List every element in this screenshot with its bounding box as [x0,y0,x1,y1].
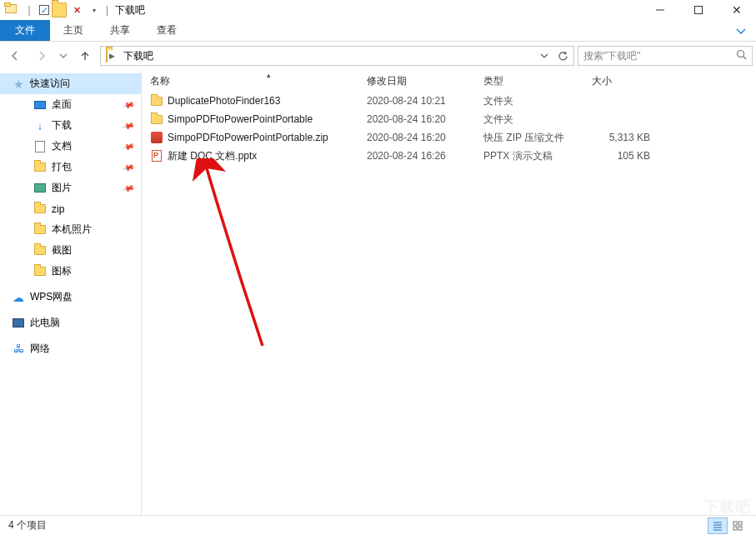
file-list-pane: 名称 ▴ 修改日期 类型 大小 DuplicatePhotoFinder163 … [142,70,756,515]
refresh-button[interactable] [553,47,572,65]
back-button[interactable] [3,45,27,67]
sidebar-item-label: 下载 [52,118,72,132]
details-view-button[interactable] [708,518,728,534]
close-button[interactable]: ✕ [718,0,756,20]
tab-view[interactable]: 查看 [143,20,190,41]
sort-ascending-icon: ▴ [267,71,271,79]
sidebar-item-documents[interactable]: 文档 📌 [0,136,142,157]
minimize-button[interactable] [641,0,679,20]
folder-icon [33,161,47,174]
file-row[interactable]: SimpoPDFtoPowerPointPortable 2020-08-24 … [142,110,756,128]
title-separator: | [102,4,113,16]
file-name: DuplicatePhotoFinder163 [168,95,280,107]
column-headers: 名称 ▴ 修改日期 类型 大小 [142,70,756,92]
sidebar-item-label: 图片 [52,181,72,195]
file-name: SimpoPDFtoPowerPointPortable [168,113,313,125]
ribbon-expand-icon[interactable] [736,20,756,41]
app-icon [4,2,19,18]
qat-close-icon[interactable]: ✕ [69,2,84,18]
sidebar-item-pack[interactable]: 打包 📌 [0,157,142,178]
column-size[interactable]: 大小 [592,74,667,88]
navigation-pane: ★ 快速访问 桌面 📌 ↓ 下载 📌 文档 📌 打包 📌 图片 📌 [0,70,142,515]
breadcrumb-root[interactable]: ▶ [103,47,120,65]
qat-checkbox-icon[interactable]: ✓ [39,5,49,15]
sidebar-item-localphotos[interactable]: 本机照片 [0,219,142,240]
sidebar-item-label: 快速访问 [30,77,70,91]
search-icon[interactable] [736,49,747,62]
ribbon-tabs: 文件 主页 共享 查看 [0,20,756,42]
sidebar-item-screenshots[interactable]: 截图 [0,240,142,261]
recent-dropdown-icon[interactable] [57,45,70,67]
sidebar-item-label: 图标 [52,264,72,278]
cloud-icon: ☁ [12,291,25,304]
sidebar-wps[interactable]: ☁ WPS网盘 [0,287,142,308]
folder-icon [33,265,47,278]
file-date: 2020-08-24 10:21 [367,95,483,107]
file-type: 快压 ZIP 压缩文件 [483,131,592,145]
svg-rect-11 [738,527,742,530]
sidebar-item-label: 截图 [52,243,72,258]
folder-icon [150,112,163,126]
svg-rect-8 [733,522,737,525]
qat-separator: | [22,2,37,18]
column-type[interactable]: 类型 [483,74,592,88]
file-name: SimpoPDFtoPowerPointPortable.zip [168,132,328,143]
qat-dropdown-icon[interactable]: ▾ [87,2,102,18]
svg-point-2 [738,51,744,58]
svg-line-3 [743,57,747,60]
tab-share[interactable]: 共享 [97,20,143,41]
sidebar-quick-access[interactable]: ★ 快速访问 [0,73,142,94]
file-date: 2020-08-24 16:26 [367,150,483,162]
breadcrumb-current[interactable]: 下载吧 [120,47,157,65]
file-type: 文件夹 [483,112,592,127]
sidebar-item-pictures[interactable]: 图片 📌 [0,178,142,198]
file-date: 2020-08-24 16:20 [367,113,483,125]
sidebar-item-icons[interactable]: 图标 [0,261,142,282]
svg-rect-1 [695,7,703,14]
sidebar-item-downloads[interactable]: ↓ 下载 📌 [0,115,142,136]
pc-icon [12,317,25,330]
file-date: 2020-08-24 16:20 [367,132,483,143]
search-input[interactable] [583,50,736,62]
window-title: 下载吧 [113,3,145,18]
download-icon: ↓ [33,119,47,132]
sidebar-item-label: 文档 [52,139,72,153]
sidebar-item-label: 桌面 [52,98,72,112]
sidebar-item-zip[interactable]: zip [0,198,142,219]
zip-icon [150,131,163,144]
sidebar-network[interactable]: 🖧 网络 [0,338,142,359]
chevron-right-icon[interactable]: ▶ [108,52,117,60]
file-row[interactable]: SimpoPDFtoPowerPointPortable.zip 2020-08… [142,128,756,147]
column-date[interactable]: 修改日期 [367,74,483,88]
pin-icon: 📌 [122,119,135,132]
folder-icon[interactable] [52,2,67,18]
view-mode-buttons [708,518,748,534]
maximize-button[interactable] [679,0,718,20]
tab-home[interactable]: 主页 [50,20,97,41]
sidebar-item-label: 打包 [52,160,72,174]
file-size: 105 KB [592,150,667,162]
file-type: PPTX 演示文稿 [483,149,592,163]
sidebar-item-desktop[interactable]: 桌面 📌 [0,94,142,115]
navigation-bar: ▶ 下载吧 [0,42,756,70]
sidebar-item-label: 本机照片 [52,222,92,237]
address-dropdown-icon[interactable] [535,47,553,65]
column-name[interactable]: 名称 ▴ [150,74,367,88]
search-box[interactable] [578,46,753,66]
file-row[interactable]: DuplicatePhotoFinder163 2020-08-24 10:21… [142,92,756,110]
file-row[interactable]: 新建 DOC 文档.pptx 2020-08-24 16:26 PPTX 演示文… [142,147,756,165]
pictures-icon [33,182,47,195]
address-bar[interactable]: ▶ 下载吧 [100,46,574,66]
icons-view-button[interactable] [728,518,748,534]
pin-icon: 📌 [122,98,135,112]
folder-icon [33,244,47,258]
file-tab[interactable]: 文件 [0,20,50,41]
sidebar-item-label: 此电脑 [30,316,60,330]
folder-icon [150,94,163,108]
forward-button[interactable] [30,45,53,67]
main-area: ★ 快速访问 桌面 📌 ↓ 下载 📌 文档 📌 打包 📌 图片 📌 [0,70,756,515]
pin-icon: 📌 [122,182,135,195]
sidebar-thispc[interactable]: 此电脑 [0,312,142,333]
svg-rect-9 [738,522,742,525]
up-button[interactable] [73,45,97,67]
